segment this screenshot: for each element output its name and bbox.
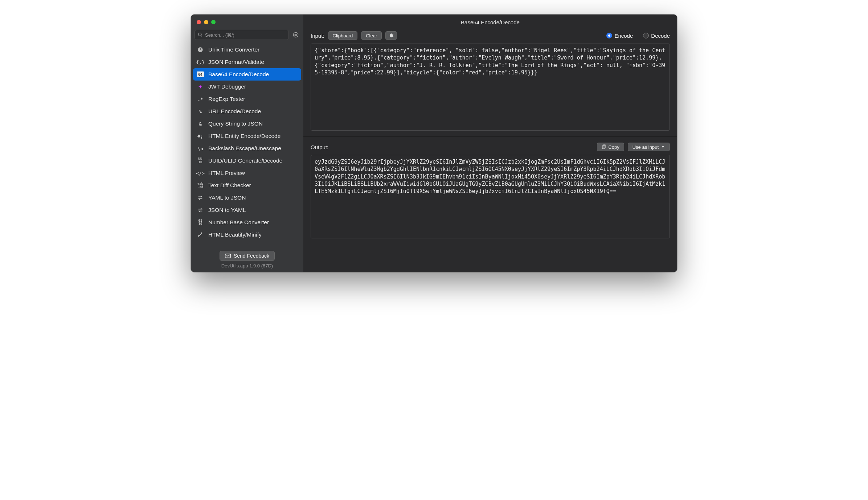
sidebar-item-label: HTML Preview (208, 170, 245, 176)
list-icon (293, 32, 299, 38)
diff-icon: +ab-cd (197, 182, 204, 189)
sidebar-item-label: JSON Format/Validate (208, 59, 264, 65)
output-label: Output: (311, 144, 328, 150)
copy-button[interactable]: Copy (597, 143, 624, 151)
uuid-icon: UUID (197, 157, 204, 164)
encode-radio[interactable]: Encode (606, 33, 633, 39)
sidebar-item-label: URL Encode/Decode (208, 108, 261, 115)
app-window: Search... (⌘/) Unix Time Converter{,}JSO… (191, 15, 677, 272)
sidebar-item-query-string-to-json[interactable]: &Query String to JSON (193, 118, 301, 130)
sidebar-footer: Send Feedback DevUtils.app 1.9.0 (67D) (191, 248, 303, 272)
sidebar-item-label: Number Base Converter (208, 219, 269, 226)
sidebar-item-html-beautify-minify[interactable]: HTML Beautify/Minify (193, 229, 301, 241)
main-panel: Base64 Encode/Decode Input: Clipboard Cl… (303, 15, 677, 272)
sidebar-item-regexp-tester[interactable]: .*RegExp Tester (193, 93, 301, 105)
input-textarea[interactable]: {"store":{"book":[{"category":"reference… (311, 44, 670, 131)
sidebar-item-json-to-yaml[interactable]: JSON to YAML (193, 204, 301, 216)
feedback-label: Send Feedback (234, 253, 269, 259)
sidebar-item-json-format-validate[interactable]: {,}JSON Format/Validate (193, 56, 301, 68)
decode-label: Decode (651, 33, 670, 39)
regex-icon: .* (197, 95, 204, 103)
sidebar-item-label: Base64 Encode/Decode (208, 71, 269, 78)
amp-icon: & (197, 120, 204, 127)
sidebar-item-label: HTML Entity Encode/Decode (208, 133, 281, 139)
sidebar-item-uuid-ulid-generate-decode[interactable]: UUIDUUID/ULID Generate/Decode (193, 155, 301, 167)
sidebar-item-yaml-to-json[interactable]: YAML to JSON (193, 192, 301, 204)
output-textarea[interactable]: eyJzdG9yZSI6eyJib29rIjpbeyJjYXRlZ29yeSI6… (311, 155, 670, 238)
sidebar: Search... (⌘/) Unix Time Converter{,}JSO… (191, 15, 303, 272)
sidebar-item-backslash-escape-unescape[interactable]: \nBackslash Escape/Unescape (193, 142, 301, 155)
tool-list[interactable]: Unix Time Converter{,}JSON Format/Valida… (191, 43, 303, 248)
divider (303, 136, 677, 137)
search-placeholder: Search... (⌘/) (205, 32, 234, 38)
wand-icon (197, 231, 204, 238)
svg-rect-7 (225, 254, 231, 258)
sidebar-item-label: Unix Time Converter (208, 46, 259, 53)
clock-icon (197, 46, 204, 53)
radio-dot-icon (643, 33, 649, 38)
gear-icon (389, 33, 394, 38)
sidebar-item-label: Query String to JSON (208, 120, 263, 127)
sidebar-item-label: UUID/ULID Generate/Decode (208, 157, 282, 164)
hash-icon: #; (197, 132, 204, 140)
svg-line-1 (201, 36, 202, 37)
b64-icon: 64 (197, 71, 204, 78)
sidebar-item-text-diff-checker[interactable]: +ab-cdText Diff Checker (193, 179, 301, 192)
sidebar-item-label: JWT Debugger (208, 83, 246, 90)
sidebar-item-label: Text Diff Checker (208, 182, 251, 189)
sidebar-item-url-encode-decode[interactable]: %URL Encode/Decode (193, 105, 301, 118)
arrow-up-icon (661, 145, 665, 149)
radio-dot-icon (606, 33, 612, 38)
mail-icon (225, 254, 231, 258)
swap-icon (197, 194, 204, 201)
window-controls (191, 15, 303, 30)
sidebar-options-button[interactable] (292, 31, 300, 39)
jwt-icon (197, 83, 204, 90)
svg-rect-8 (602, 146, 605, 149)
sidebar-item-label: YAML to JSON (208, 194, 246, 201)
swap-icon (197, 206, 204, 214)
decode-radio[interactable]: Decode (643, 33, 670, 39)
send-feedback-button[interactable]: Send Feedback (220, 251, 275, 261)
sidebar-item-label: Backslash Escape/Unescape (208, 145, 281, 152)
sidebar-item-label: HTML Beautify/Minify (208, 231, 262, 238)
search-input[interactable]: Search... (⌘/) (195, 30, 289, 40)
settings-button[interactable] (385, 31, 397, 40)
input-toolbar: Input: Clipboard Clear Encode Decode (311, 31, 670, 40)
input-label: Input: (311, 33, 324, 39)
sidebar-item-number-base-converter[interactable]: 0110Number Base Converter (193, 216, 301, 229)
sidebar-item-base64-encode-decode[interactable]: 64Base64 Encode/Decode (193, 68, 301, 81)
sidebar-item-jwt-debugger[interactable]: JWT Debugger (193, 81, 301, 93)
clear-button[interactable]: Clear (361, 31, 382, 40)
backslash-icon: \n (197, 145, 204, 152)
sidebar-item-html-entity-encode-decode[interactable]: #;HTML Entity Encode/Decode (193, 130, 301, 142)
close-window-button[interactable] (197, 20, 201, 24)
use-as-input-button[interactable]: Use as input (628, 143, 670, 151)
version-label: DevUtils.app 1.9.0 (67D) (221, 263, 273, 269)
minimize-window-button[interactable] (204, 20, 208, 24)
output-toolbar: Output: Copy Use as input (311, 143, 670, 151)
svg-rect-9 (603, 145, 606, 148)
sidebar-item-label: JSON to YAML (208, 207, 246, 213)
percent-icon: % (197, 108, 204, 115)
sidebar-item-html-preview[interactable]: </>HTML Preview (193, 167, 301, 179)
copy-icon (602, 144, 606, 149)
sidebar-item-unix-time-converter[interactable]: Unix Time Converter (193, 44, 301, 56)
encode-label: Encode (614, 33, 633, 39)
zoom-window-button[interactable] (211, 20, 216, 24)
bin-icon: 0110 (197, 219, 204, 226)
svg-point-0 (198, 33, 201, 36)
clipboard-button[interactable]: Clipboard (328, 31, 358, 40)
braces-icon: {,} (197, 58, 204, 66)
code-icon: </> (197, 169, 204, 177)
page-title: Base64 Encode/Decode (303, 15, 677, 30)
sidebar-item-label: RegExp Tester (208, 96, 245, 102)
search-icon (198, 32, 203, 37)
